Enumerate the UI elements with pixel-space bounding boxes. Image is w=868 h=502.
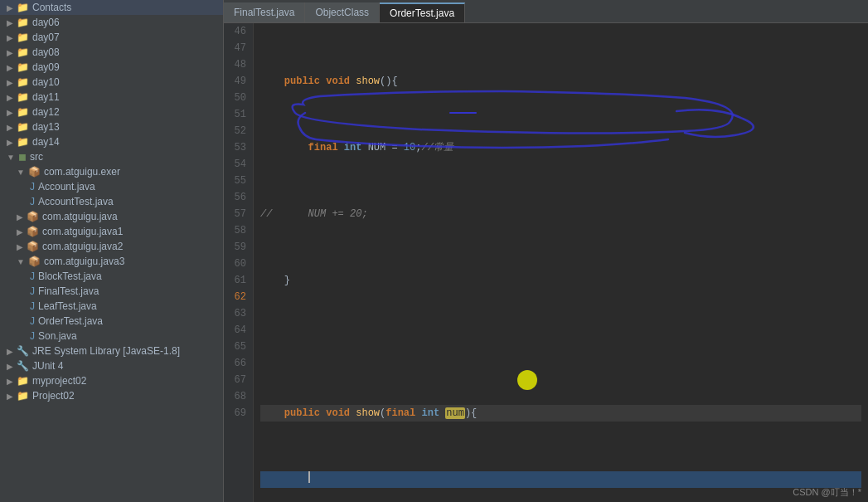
sidebar-item-package-exer[interactable]: ▼ 📦 com.atguigu.exer [0, 164, 223, 179]
code-line-50 [260, 339, 861, 355]
sidebar-item-label: day06 [32, 17, 60, 28]
sidebar-item-label: com.atguigu.java2 [42, 241, 123, 252]
code-area[interactable]: 46 47 48 49 50 51 52 53 54 55 56 57 58 5… [224, 23, 868, 502]
arrow-icon: ▶ [7, 33, 13, 42]
sidebar-item-day09[interactable]: ▶ 📁 day09 [0, 60, 223, 75]
arrow-icon: ▶ [7, 78, 13, 87]
sidebar-item-day10[interactable]: ▶ 📁 day10 [0, 75, 223, 90]
arrow-icon: ▶ [7, 362, 13, 371]
sidebar-item-label: myproject02 [32, 375, 86, 387]
line-num-67: 67 [230, 372, 246, 388]
arrow-icon: ▶ [7, 347, 13, 356]
sidebar-item-blocktest-java[interactable]: J BlockTest.java [0, 269, 223, 284]
sidebar-item-label: day13 [32, 121, 60, 133]
sidebar-item-ordertest-java[interactable]: J OrderTest.java [0, 314, 223, 329]
line-num-55: 55 [230, 173, 246, 189]
sidebar-item-label: BlockTest.java [38, 270, 102, 282]
sidebar[interactable]: ▶ 📁 Contacts ▶ 📁 day06 ▶ 📁 day07 ▶ 📁 day… [0, 0, 224, 502]
sidebar-item-day06[interactable]: ▶ 📁 day06 [0, 15, 223, 30]
sidebar-item-src[interactable]: ▼ ◼ src [0, 149, 223, 164]
sidebar-item-label: com.atguigu.exer [44, 166, 120, 178]
sidebar-item-label: AccountTest.java [38, 196, 114, 207]
sidebar-item-package-java3[interactable]: ▼ 📦 com.atguigu.java3 [0, 254, 223, 269]
arrow-icon: ▶ [17, 227, 23, 236]
line-num-46: 46 [230, 23, 246, 40]
arrow-icon: ▶ [7, 3, 13, 12]
sidebar-item-day12[interactable]: ▶ 📁 day12 [0, 105, 223, 119]
line-num-56: 56 [230, 189, 246, 206]
arrow-icon: ▼ [7, 153, 15, 162]
line-num-66: 66 [230, 355, 246, 372]
sidebar-item-myproject02[interactable]: ▶ 📁 myproject02 [0, 373, 223, 388]
line-numbers: 46 47 48 49 50 51 52 53 54 55 56 57 58 5… [224, 23, 254, 502]
line-num-52: 52 [230, 123, 246, 139]
arrow-icon: ▶ [7, 392, 13, 401]
arrow-icon: ▶ [7, 138, 13, 147]
folder-icon: 📁 [17, 76, 29, 88]
sidebar-item-son-java[interactable]: J Son.java [0, 329, 223, 344]
folder-icon: 📁 [17, 2, 29, 13]
arrow-icon: ▶ [7, 18, 13, 27]
sidebar-item-day08[interactable]: ▶ 📁 day08 [0, 45, 223, 60]
line-num-68: 68 [230, 388, 246, 405]
sidebar-item-day11[interactable]: ▶ 📁 day11 [0, 90, 223, 105]
line-num-69: 69 [230, 405, 246, 422]
arrow-icon: ▶ [7, 63, 13, 72]
sidebar-item-jre[interactable]: ▶ 🔧 JRE System Library [JavaSE-1.8] [0, 344, 223, 358]
java-icon: J [30, 330, 35, 342]
line-num-49: 49 [230, 73, 246, 90]
sidebar-item-package-java1[interactable]: ▶ 📦 com.atguigu.java1 [0, 224, 223, 239]
code-editor[interactable]: FinalTest.java ObjectClass OrderTest.jav… [224, 0, 868, 502]
src-icon: ◼ [18, 151, 27, 163]
sidebar-item-accounttest-java[interactable]: J AccountTest.java [0, 194, 223, 209]
code-line-51: public void show(final int num){ [260, 405, 861, 422]
code-line-47: final int NUM = 10;//常量 [260, 139, 861, 156]
line-num-65: 65 [230, 339, 246, 355]
sidebar-item-label: Account.java [38, 181, 95, 193]
arrow-icon: ▶ [7, 48, 13, 57]
line-num-53: 53 [230, 139, 246, 156]
sidebar-item-day14[interactable]: ▶ 📁 day14 [0, 134, 223, 149]
tab-ordertest[interactable]: OrderTest.java [380, 2, 465, 22]
sidebar-item-label: com.atguigu.java [42, 211, 118, 222]
line-num-57: 57 [230, 206, 246, 222]
package-icon: 📦 [28, 166, 41, 178]
sidebar-item-package-java[interactable]: ▶ 📦 com.atguigu.java [0, 209, 223, 224]
sidebar-item-project02[interactable]: ▶ 📁 Project02 [0, 388, 223, 403]
tab-finaltest[interactable]: FinalTest.java [224, 2, 305, 22]
code-content[interactable]: public void show(){ final int NUM = 10;/… [254, 23, 868, 502]
arrow-icon: ▶ [17, 212, 23, 222]
arrow-icon: ▶ [7, 93, 13, 102]
annotation-overlay [254, 23, 868, 502]
sidebar-item-contacts[interactable]: ▶ 📁 Contacts [0, 0, 223, 15]
folder-icon: 📁 [17, 32, 29, 43]
cursor-marker [517, 370, 537, 390]
arrow-icon: ▶ [7, 108, 13, 117]
folder-icon: 📁 [17, 375, 29, 387]
code-line-46: public void show(){ [260, 73, 861, 90]
sidebar-item-junit[interactable]: ▶ 🔧 JUnit 4 [0, 358, 223, 373]
sidebar-item-day13[interactable]: ▶ 📁 day13 [0, 119, 223, 134]
lib-icon: 🔧 [17, 345, 29, 357]
line-num-51: 51 [230, 106, 246, 123]
arrow-icon: ▼ [17, 257, 25, 266]
arrow-icon: ▶ [7, 377, 13, 386]
folder-icon: 📁 [17, 106, 29, 118]
java-icon: J [30, 181, 35, 193]
line-num-61: 61 [230, 272, 246, 289]
sidebar-item-label: com.atguigu.java1 [42, 226, 123, 237]
sidebar-item-label: day14 [32, 136, 60, 148]
java-icon: J [30, 270, 35, 282]
line-num-63: 63 [230, 305, 246, 322]
sidebar-item-account-java[interactable]: J Account.java [0, 179, 223, 194]
sidebar-item-day07[interactable]: ▶ 📁 day07 [0, 30, 223, 45]
tab-objectclass[interactable]: ObjectClass [305, 2, 380, 22]
sidebar-item-label: OrderTest.java [38, 315, 103, 327]
sidebar-item-leaftest-java[interactable]: J LeafTest.java [0, 299, 223, 314]
sidebar-item-finaltest-java[interactable]: J FinalTest.java [0, 284, 223, 299]
line-num-64: 64 [230, 322, 246, 339]
sidebar-item-label: FinalTest.java [38, 285, 99, 297]
watermark: CSDN @叮当！* [793, 486, 861, 499]
line-num-62: 62 [230, 289, 246, 305]
sidebar-item-package-java2[interactable]: ▶ 📦 com.atguigu.java2 [0, 239, 223, 254]
